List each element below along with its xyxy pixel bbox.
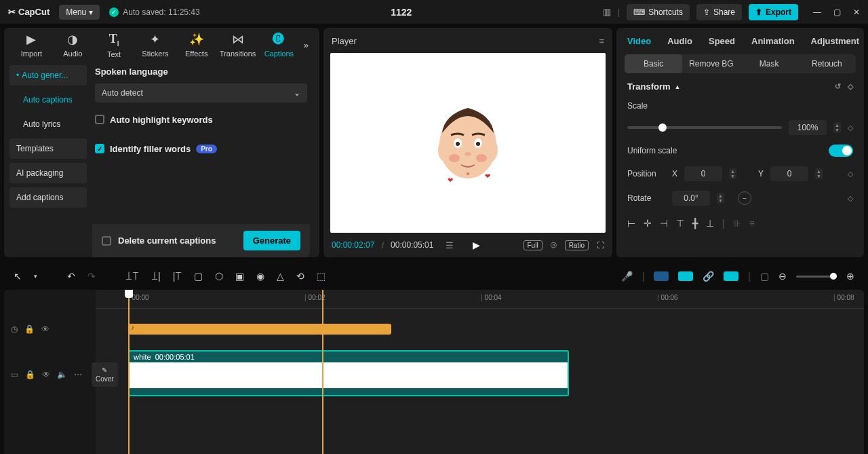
generate-button[interactable]: Generate	[243, 231, 300, 250]
more-icon[interactable]: ⋯	[74, 370, 82, 379]
tab-audio[interactable]: Audio	[667, 36, 692, 46]
crop-clip-icon[interactable]: ▢	[194, 271, 203, 282]
tab-effects[interactable]: ✨Effects	[176, 32, 217, 58]
transform-header[interactable]: Transform▲ ↺ ◇	[627, 81, 853, 92]
align-bottom-icon[interactable]: ⊥	[706, 218, 714, 229]
shortcuts-button[interactable]: ⌨Shortcuts	[627, 4, 690, 20]
screenshot-icon[interactable]: ▢	[760, 271, 769, 282]
video-track[interactable]: white 00:00:05:01	[96, 346, 864, 400]
export-button[interactable]: ⬆Export	[749, 4, 798, 20]
keyframe-icon[interactable]: ◇	[848, 194, 853, 203]
timeline-tracks[interactable]: 00:00 00:02 00:04 00:06 00:08 white 00:0…	[96, 290, 864, 454]
subtab-retouch[interactable]: Retouch	[798, 54, 856, 73]
subtab-removebg[interactable]: Remove BG	[682, 54, 740, 73]
position-y-input[interactable]: 0	[770, 166, 808, 181]
pos-x-stepper[interactable]: ▲▼	[729, 168, 736, 179]
cursor-dropdown-icon[interactable]: ▾	[34, 273, 37, 280]
align-center-v-icon[interactable]: ╋	[692, 218, 698, 229]
tab-speed[interactable]: Speed	[709, 36, 735, 46]
filler-words-checkbox[interactable]: ✓ Identify filler words Pro	[95, 144, 307, 154]
sidebar-item-autolyrics[interactable]: Auto lyrics	[9, 114, 87, 134]
mic-icon[interactable]: 🎤	[621, 271, 633, 282]
preview-toggle[interactable]	[724, 271, 738, 281]
clock-icon[interactable]: ◷	[11, 324, 18, 334]
distribute-h-icon[interactable]: ⊪	[733, 218, 741, 229]
link-icon[interactable]: 🔗	[703, 271, 714, 282]
minimize-button[interactable]: —	[813, 7, 821, 17]
tab-animation[interactable]: Animation	[751, 36, 795, 46]
player-menu-icon[interactable]: ≡	[599, 36, 604, 46]
playhead[interactable]	[128, 290, 130, 454]
sidebar-item-aipackaging[interactable]: AI packaging	[9, 163, 87, 183]
subtab-basic[interactable]: Basic	[625, 54, 682, 73]
scale-slider[interactable]	[627, 126, 782, 129]
eye-icon[interactable]: 👁	[42, 370, 50, 379]
trim-right-icon[interactable]: |⟙	[173, 271, 182, 282]
highlight-keywords-checkbox[interactable]: Auto highlight keywords	[95, 115, 307, 125]
tab-import[interactable]: ▶Import	[11, 32, 52, 58]
tab-stickers[interactable]: ✦Stickers	[134, 32, 176, 58]
align-left-icon[interactable]: ⊢	[627, 218, 635, 229]
subtab-mask[interactable]: Mask	[741, 54, 798, 73]
play-button[interactable]: ▶	[473, 240, 480, 250]
project-title[interactable]: 1122	[210, 7, 593, 18]
group-icon[interactable]: ▣	[235, 271, 244, 282]
language-select[interactable]: Auto detect⌄	[95, 83, 307, 102]
distribute-v-icon[interactable]: ≡	[749, 218, 755, 229]
uniform-scale-toggle[interactable]	[829, 145, 853, 157]
focus-icon[interactable]: ⦾	[551, 241, 557, 250]
menu-button[interactable]: Menu▾	[59, 5, 100, 20]
video-clip[interactable]: white 00:00:05:01	[128, 350, 569, 396]
audio-track[interactable]	[96, 309, 864, 346]
sidebar-item-autocaptions[interactable]: Auto captions	[9, 90, 87, 110]
maximize-button[interactable]: ▢	[833, 7, 841, 17]
sidebar-item-addcaptions[interactable]: Add captions	[9, 187, 87, 208]
pos-y-stepper[interactable]: ▲▼	[815, 168, 823, 179]
tab-transitions[interactable]: ⋈Transitions	[217, 32, 258, 58]
keyframe-icon[interactable]: ◇	[848, 82, 853, 91]
rotate-icon[interactable]: ⟲	[296, 271, 304, 282]
tab-text[interactable]: TIText	[94, 32, 135, 58]
checkbox-icon[interactable]	[102, 236, 111, 246]
reset-icon[interactable]: ↺	[835, 82, 841, 91]
keyframe-icon[interactable]: ◇	[848, 124, 853, 132]
mirror-icon[interactable]: △	[277, 271, 284, 282]
tab-video[interactable]: Video	[627, 36, 651, 46]
cursor-tool-icon[interactable]: ↖	[14, 271, 22, 282]
align-center-h-icon[interactable]: ✛	[644, 218, 652, 229]
shield-icon[interactable]: ⬡	[215, 271, 223, 282]
sidebar-item-autogen[interactable]: Auto gener...	[9, 65, 87, 86]
zoom-slider[interactable]	[796, 276, 837, 278]
more-tabs-icon[interactable]: »	[300, 40, 313, 50]
tab-adjustment[interactable]: Adjustment	[811, 36, 860, 46]
speed-icon[interactable]: ◉	[256, 271, 264, 282]
sidebar-item-templates[interactable]: Templates	[9, 138, 87, 159]
align-right-icon[interactable]: ⊣	[660, 218, 668, 229]
scrubber-line[interactable]	[322, 290, 323, 454]
lock-icon[interactable]: 🔒	[25, 370, 35, 379]
tab-audio[interactable]: ◑Audio	[52, 32, 94, 58]
scale-value[interactable]: 100%	[789, 120, 827, 135]
list-icon[interactable]: ☰	[446, 240, 454, 250]
video-track-icon[interactable]: ▭	[11, 370, 18, 379]
position-x-input[interactable]: 0	[684, 166, 722, 181]
full-button[interactable]: Full	[524, 240, 542, 250]
rotate-dial-icon[interactable]: –	[738, 191, 751, 205]
preview-canvas[interactable]: ❤ ❤	[330, 53, 606, 233]
share-button[interactable]: ⇪Share	[696, 4, 742, 20]
ratio-button[interactable]: Ratio	[565, 240, 589, 250]
zoom-out-icon[interactable]: ⊖	[778, 271, 787, 282]
split-icon[interactable]: ⟘⟙	[125, 271, 139, 282]
redo-button[interactable]: ↷	[87, 271, 96, 282]
fullscreen-icon[interactable]: ⛶	[597, 241, 604, 249]
keyframe-icon[interactable]: ◇	[848, 170, 853, 178]
magnet-toggle[interactable]	[678, 271, 693, 281]
eye-icon[interactable]: 👁	[41, 324, 50, 334]
close-button[interactable]: ✕	[853, 7, 860, 17]
rotate-stepper[interactable]: ▲▼	[717, 193, 724, 204]
zoom-in-icon[interactable]: ⊕	[846, 271, 854, 282]
rotate-input[interactable]: 0.0°	[672, 191, 710, 206]
time-ruler[interactable]: 00:00 00:02 00:04 00:06 00:08	[96, 290, 864, 309]
align-top-icon[interactable]: ⊤	[676, 218, 684, 229]
audio-clip[interactable]	[128, 324, 391, 335]
